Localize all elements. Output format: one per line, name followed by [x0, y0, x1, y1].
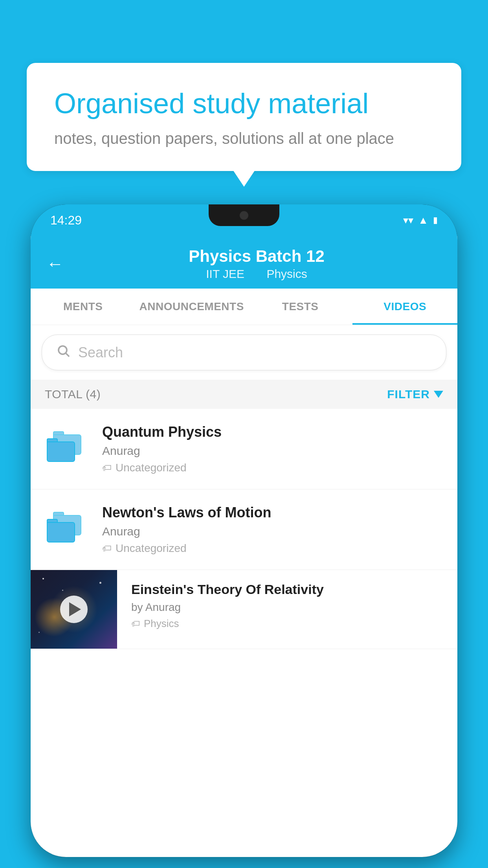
- video-tag: 🏷 Physics: [131, 618, 446, 630]
- total-count: TOTAL (4): [45, 388, 101, 401]
- list-item[interactable]: Newton's Laws of Motion Anurag 🏷 Uncateg…: [31, 489, 457, 570]
- status-bar: 14:29 ▾▾ ▲ ▮: [31, 204, 457, 236]
- wifi-icon: ▾▾: [403, 214, 413, 226]
- tab-tests[interactable]: TESTS: [248, 289, 353, 325]
- list-item[interactable]: Einstein's Theory Of Relativity by Anura…: [31, 570, 457, 649]
- filter-button[interactable]: FILTER: [387, 388, 443, 401]
- search-bar[interactable]: Search: [42, 335, 446, 370]
- video-author: Anurag: [102, 444, 443, 458]
- tag-icon: 🏷: [102, 543, 112, 554]
- signal-icon: ▲: [418, 214, 428, 226]
- app-title: Physics Batch 12: [72, 247, 442, 266]
- filter-label: FILTER: [387, 388, 430, 401]
- back-button[interactable]: ←: [46, 254, 64, 274]
- play-icon: [69, 602, 81, 616]
- tab-videos[interactable]: VIDEOS: [352, 289, 457, 325]
- speech-bubble: Organised study material notes, question…: [27, 63, 461, 171]
- subtitle-part2: Physics: [266, 267, 307, 280]
- battery-icon: ▮: [433, 215, 438, 225]
- status-icons: ▾▾ ▲ ▮: [403, 214, 438, 226]
- filter-bar: TOTAL (4) FILTER: [31, 380, 457, 409]
- video-title: Newton's Laws of Motion: [102, 504, 443, 521]
- play-button[interactable]: [60, 596, 88, 623]
- item-details-1: Quantum Physics Anurag 🏷 Uncategorized: [102, 424, 443, 474]
- search-placeholder: Search: [78, 344, 123, 361]
- folder-icon-1: [45, 427, 88, 471]
- header-title-group: Physics Batch 12 IIT JEE Physics: [72, 247, 442, 281]
- tag-icon: 🏷: [131, 619, 140, 629]
- video-author: by Anurag: [131, 601, 446, 614]
- app-subtitle: IIT JEE Physics: [72, 267, 442, 281]
- video-tag: 🏷 Uncategorized: [102, 462, 443, 474]
- phone-screen: ← Physics Batch 12 IIT JEE Physics MENTS…: [31, 236, 457, 857]
- bubble-subtitle: notes, question papers, solutions all at…: [54, 130, 434, 147]
- svg-point-0: [59, 346, 67, 354]
- phone-notch: [209, 204, 279, 226]
- video-thumbnail: [31, 570, 117, 649]
- video-tag: 🏷 Uncategorized: [102, 542, 443, 555]
- item-details-3: Einstein's Theory Of Relativity by Anura…: [117, 570, 457, 642]
- list-item[interactable]: Quantum Physics Anurag 🏷 Uncategorized: [31, 409, 457, 489]
- search-icon: [56, 344, 70, 361]
- item-details-2: Newton's Laws of Motion Anurag 🏷 Uncateg…: [102, 504, 443, 555]
- tab-announcements[interactable]: ANNOUNCEMENTS: [136, 289, 248, 325]
- folder-icon-2: [45, 508, 88, 551]
- tab-ments[interactable]: MENTS: [31, 289, 136, 325]
- speech-bubble-container: Organised study material notes, question…: [27, 63, 461, 171]
- video-list: Quantum Physics Anurag 🏷 Uncategorized: [31, 409, 457, 649]
- video-author: Anurag: [102, 525, 443, 538]
- video-title: Quantum Physics: [102, 424, 443, 440]
- tag-icon: 🏷: [102, 462, 112, 473]
- camera: [240, 211, 248, 220]
- subtitle-part1: IIT JEE: [206, 267, 244, 280]
- tabs-container: MENTS ANNOUNCEMENTS TESTS VIDEOS: [31, 289, 457, 325]
- bubble-title: Organised study material: [54, 86, 434, 120]
- filter-icon: [434, 391, 443, 398]
- status-time: 14:29: [50, 213, 82, 228]
- app-header: ← Physics Batch 12 IIT JEE Physics: [31, 236, 457, 289]
- video-title: Einstein's Theory Of Relativity: [131, 582, 446, 597]
- svg-line-1: [66, 353, 69, 357]
- phone-frame: 14:29 ▾▾ ▲ ▮ ← Physics Batch 12 IIT JEE …: [31, 204, 457, 857]
